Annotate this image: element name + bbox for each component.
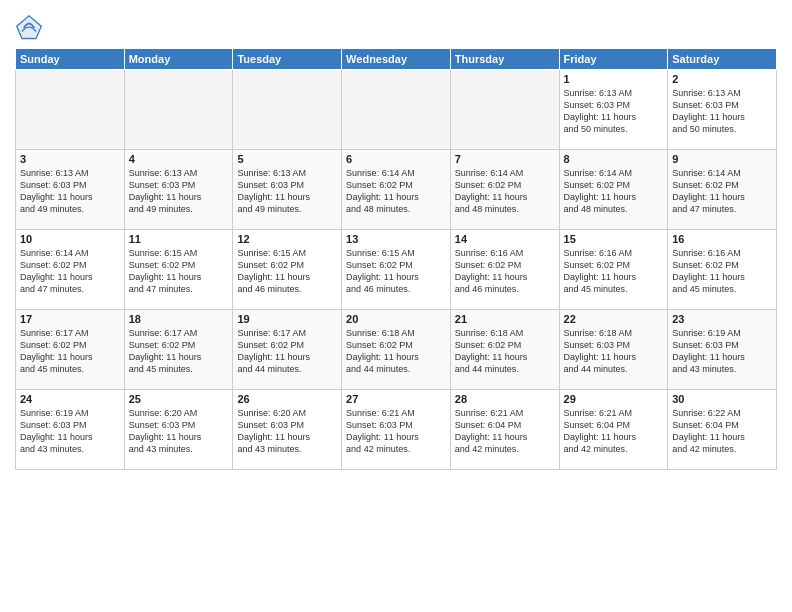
calendar-cell: 20Sunrise: 6:18 AM Sunset: 6:02 PM Dayli…: [342, 310, 451, 390]
day-number: 23: [672, 313, 772, 325]
day-info: Sunrise: 6:14 AM Sunset: 6:02 PM Dayligh…: [564, 167, 664, 216]
day-number: 9: [672, 153, 772, 165]
day-number: 1: [564, 73, 664, 85]
day-info: Sunrise: 6:13 AM Sunset: 6:03 PM Dayligh…: [129, 167, 229, 216]
day-info: Sunrise: 6:14 AM Sunset: 6:02 PM Dayligh…: [20, 247, 120, 296]
day-info: Sunrise: 6:14 AM Sunset: 6:02 PM Dayligh…: [346, 167, 446, 216]
day-info: Sunrise: 6:21 AM Sunset: 6:04 PM Dayligh…: [455, 407, 555, 456]
weekday-header-friday: Friday: [559, 49, 668, 70]
calendar-cell: 25Sunrise: 6:20 AM Sunset: 6:03 PM Dayli…: [124, 390, 233, 470]
calendar-cell: 26Sunrise: 6:20 AM Sunset: 6:03 PM Dayli…: [233, 390, 342, 470]
calendar-cell: 1Sunrise: 6:13 AM Sunset: 6:03 PM Daylig…: [559, 70, 668, 150]
day-info: Sunrise: 6:22 AM Sunset: 6:04 PM Dayligh…: [672, 407, 772, 456]
day-info: Sunrise: 6:13 AM Sunset: 6:03 PM Dayligh…: [237, 167, 337, 216]
calendar-cell: 9Sunrise: 6:14 AM Sunset: 6:02 PM Daylig…: [668, 150, 777, 230]
day-number: 29: [564, 393, 664, 405]
weekday-header-wednesday: Wednesday: [342, 49, 451, 70]
day-info: Sunrise: 6:17 AM Sunset: 6:02 PM Dayligh…: [20, 327, 120, 376]
day-number: 27: [346, 393, 446, 405]
day-info: Sunrise: 6:14 AM Sunset: 6:02 PM Dayligh…: [455, 167, 555, 216]
day-number: 11: [129, 233, 229, 245]
day-info: Sunrise: 6:15 AM Sunset: 6:02 PM Dayligh…: [346, 247, 446, 296]
calendar-week-row: 24Sunrise: 6:19 AM Sunset: 6:03 PM Dayli…: [16, 390, 777, 470]
weekday-header-tuesday: Tuesday: [233, 49, 342, 70]
calendar-week-row: 17Sunrise: 6:17 AM Sunset: 6:02 PM Dayli…: [16, 310, 777, 390]
calendar-cell: 29Sunrise: 6:21 AM Sunset: 6:04 PM Dayli…: [559, 390, 668, 470]
calendar-cell: 15Sunrise: 6:16 AM Sunset: 6:02 PM Dayli…: [559, 230, 668, 310]
day-number: 30: [672, 393, 772, 405]
day-number: 21: [455, 313, 555, 325]
day-number: 5: [237, 153, 337, 165]
calendar-cell: 16Sunrise: 6:16 AM Sunset: 6:02 PM Dayli…: [668, 230, 777, 310]
day-info: Sunrise: 6:15 AM Sunset: 6:02 PM Dayligh…: [237, 247, 337, 296]
calendar-cell: 7Sunrise: 6:14 AM Sunset: 6:02 PM Daylig…: [450, 150, 559, 230]
calendar-cell: [124, 70, 233, 150]
day-number: 25: [129, 393, 229, 405]
calendar-cell: 24Sunrise: 6:19 AM Sunset: 6:03 PM Dayli…: [16, 390, 125, 470]
day-number: 16: [672, 233, 772, 245]
day-number: 28: [455, 393, 555, 405]
calendar-cell: 5Sunrise: 6:13 AM Sunset: 6:03 PM Daylig…: [233, 150, 342, 230]
day-info: Sunrise: 6:20 AM Sunset: 6:03 PM Dayligh…: [237, 407, 337, 456]
day-info: Sunrise: 6:18 AM Sunset: 6:02 PM Dayligh…: [346, 327, 446, 376]
day-number: 15: [564, 233, 664, 245]
calendar-week-row: 3Sunrise: 6:13 AM Sunset: 6:03 PM Daylig…: [16, 150, 777, 230]
logo-icon: [15, 14, 43, 42]
day-number: 17: [20, 313, 120, 325]
calendar-cell: 4Sunrise: 6:13 AM Sunset: 6:03 PM Daylig…: [124, 150, 233, 230]
calendar-cell: [342, 70, 451, 150]
calendar-cell: 19Sunrise: 6:17 AM Sunset: 6:02 PM Dayli…: [233, 310, 342, 390]
calendar-cell: 6Sunrise: 6:14 AM Sunset: 6:02 PM Daylig…: [342, 150, 451, 230]
calendar-week-row: 1Sunrise: 6:13 AM Sunset: 6:03 PM Daylig…: [16, 70, 777, 150]
svg-marker-1: [19, 18, 40, 39]
calendar-cell: 28Sunrise: 6:21 AM Sunset: 6:04 PM Dayli…: [450, 390, 559, 470]
day-number: 24: [20, 393, 120, 405]
day-number: 19: [237, 313, 337, 325]
day-info: Sunrise: 6:18 AM Sunset: 6:02 PM Dayligh…: [455, 327, 555, 376]
day-info: Sunrise: 6:13 AM Sunset: 6:03 PM Dayligh…: [20, 167, 120, 216]
day-info: Sunrise: 6:15 AM Sunset: 6:02 PM Dayligh…: [129, 247, 229, 296]
day-info: Sunrise: 6:19 AM Sunset: 6:03 PM Dayligh…: [672, 327, 772, 376]
day-number: 6: [346, 153, 446, 165]
day-info: Sunrise: 6:13 AM Sunset: 6:03 PM Dayligh…: [672, 87, 772, 136]
calendar-cell: 14Sunrise: 6:16 AM Sunset: 6:02 PM Dayli…: [450, 230, 559, 310]
calendar-cell: 2Sunrise: 6:13 AM Sunset: 6:03 PM Daylig…: [668, 70, 777, 150]
calendar-cell: 8Sunrise: 6:14 AM Sunset: 6:02 PM Daylig…: [559, 150, 668, 230]
day-number: 20: [346, 313, 446, 325]
header-area: [15, 10, 777, 42]
calendar-cell: 17Sunrise: 6:17 AM Sunset: 6:02 PM Dayli…: [16, 310, 125, 390]
calendar-cell: 10Sunrise: 6:14 AM Sunset: 6:02 PM Dayli…: [16, 230, 125, 310]
day-info: Sunrise: 6:20 AM Sunset: 6:03 PM Dayligh…: [129, 407, 229, 456]
day-info: Sunrise: 6:18 AM Sunset: 6:03 PM Dayligh…: [564, 327, 664, 376]
calendar-cell: [233, 70, 342, 150]
day-number: 26: [237, 393, 337, 405]
logo: [15, 14, 47, 42]
day-number: 4: [129, 153, 229, 165]
day-info: Sunrise: 6:17 AM Sunset: 6:02 PM Dayligh…: [237, 327, 337, 376]
day-info: Sunrise: 6:13 AM Sunset: 6:03 PM Dayligh…: [564, 87, 664, 136]
day-info: Sunrise: 6:16 AM Sunset: 6:02 PM Dayligh…: [672, 247, 772, 296]
calendar-cell: 11Sunrise: 6:15 AM Sunset: 6:02 PM Dayli…: [124, 230, 233, 310]
day-number: 7: [455, 153, 555, 165]
calendar-cell: 30Sunrise: 6:22 AM Sunset: 6:04 PM Dayli…: [668, 390, 777, 470]
calendar-cell: 22Sunrise: 6:18 AM Sunset: 6:03 PM Dayli…: [559, 310, 668, 390]
weekday-header-monday: Monday: [124, 49, 233, 70]
calendar-cell: 18Sunrise: 6:17 AM Sunset: 6:02 PM Dayli…: [124, 310, 233, 390]
page: SundayMondayTuesdayWednesdayThursdayFrid…: [0, 0, 792, 612]
calendar-week-row: 10Sunrise: 6:14 AM Sunset: 6:02 PM Dayli…: [16, 230, 777, 310]
day-number: 10: [20, 233, 120, 245]
day-info: Sunrise: 6:17 AM Sunset: 6:02 PM Dayligh…: [129, 327, 229, 376]
calendar-cell: 3Sunrise: 6:13 AM Sunset: 6:03 PM Daylig…: [16, 150, 125, 230]
day-number: 18: [129, 313, 229, 325]
day-info: Sunrise: 6:16 AM Sunset: 6:02 PM Dayligh…: [455, 247, 555, 296]
calendar-cell: 21Sunrise: 6:18 AM Sunset: 6:02 PM Dayli…: [450, 310, 559, 390]
calendar-header-row: SundayMondayTuesdayWednesdayThursdayFrid…: [16, 49, 777, 70]
calendar-cell: [16, 70, 125, 150]
day-info: Sunrise: 6:21 AM Sunset: 6:03 PM Dayligh…: [346, 407, 446, 456]
day-number: 13: [346, 233, 446, 245]
day-info: Sunrise: 6:14 AM Sunset: 6:02 PM Dayligh…: [672, 167, 772, 216]
calendar-cell: 12Sunrise: 6:15 AM Sunset: 6:02 PM Dayli…: [233, 230, 342, 310]
weekday-header-saturday: Saturday: [668, 49, 777, 70]
weekday-header-sunday: Sunday: [16, 49, 125, 70]
calendar-cell: 27Sunrise: 6:21 AM Sunset: 6:03 PM Dayli…: [342, 390, 451, 470]
